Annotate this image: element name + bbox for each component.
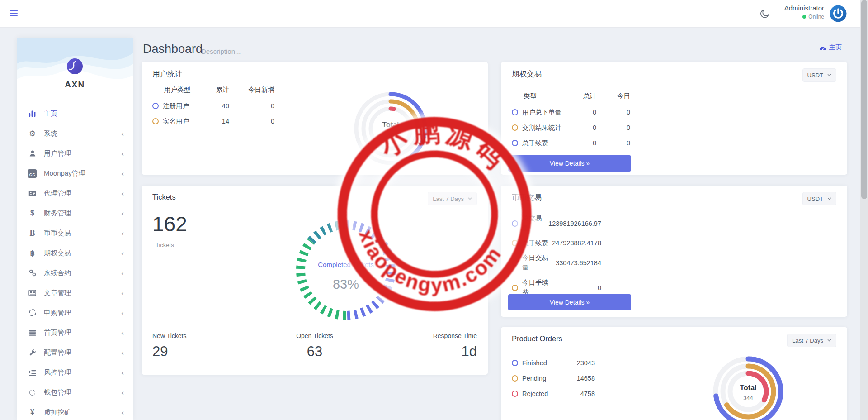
- sidebar-item-财务管理[interactable]: $财务管理‹: [17, 203, 133, 223]
- sidebar-item-钱包管理[interactable]: 钱包管理‹: [17, 382, 133, 402]
- row-value: 4758: [563, 390, 595, 397]
- sidebar-item-代理管理[interactable]: 代理管理‹: [17, 183, 133, 203]
- chevron-down-icon: [827, 197, 831, 200]
- row-label: 总手续费: [522, 239, 552, 248]
- wrench-icon: [28, 349, 37, 356]
- user-stats-radial-chart: Total40: [336, 74, 445, 175]
- row-label: Pending: [522, 375, 563, 382]
- sidebar-item-风控管理[interactable]: 风控管理‹: [17, 363, 133, 382]
- row-value: 330473.652184: [553, 259, 601, 267]
- sidebar-item-首页管理[interactable]: 首页管理‹: [17, 323, 133, 343]
- user-status: Online: [784, 14, 824, 20]
- chevron-left-icon: ‹: [121, 349, 124, 357]
- news-icon: [28, 290, 37, 296]
- chevron-down-icon: [468, 197, 472, 200]
- donut-percent: 83%: [292, 277, 400, 292]
- sidebar-item-label: 主页: [44, 110, 124, 118]
- page-subtitle: Description...: [201, 48, 241, 55]
- sidebar-item-label: 期权交易: [44, 249, 121, 258]
- scrollbar-thumb[interactable]: [861, 0, 867, 199]
- row-value: 247923882.4178: [552, 239, 601, 247]
- card-title: 用户统计: [152, 69, 182, 79]
- coin-trade-card: 币币交易 USDT 总交易 量123981926166.97总手续费247923…: [501, 186, 847, 317]
- lifering-icon: [28, 309, 37, 316]
- sidebar-item-Moonpay管理[interactable]: CCMoonpay管理‹: [17, 163, 133, 183]
- sidebar-item-文章管理[interactable]: 文章管理‹: [17, 283, 133, 303]
- chevron-left-icon: ‹: [121, 269, 124, 277]
- gear-icon: ⚙: [28, 130, 37, 138]
- row-value: 14658: [563, 375, 595, 382]
- row-value: 123981926166.97: [548, 220, 601, 227]
- table-row: 交割结果统计00: [512, 120, 630, 135]
- dollar-icon: $: [28, 209, 37, 217]
- sidebar-item-label: 财务管理: [44, 209, 121, 218]
- sidebar-nav: 主页⚙系统‹用户管理‹CCMoonpay管理‹代理管理‹$财务管理‹B币币交易‹…: [17, 104, 133, 420]
- legend-dot-icon: [512, 124, 518, 131]
- card-title: Tickets: [152, 193, 176, 201]
- svg-text:40: 40: [387, 132, 394, 138]
- sidebar-logo-text: AXN: [17, 80, 133, 90]
- cc-card-icon: CC: [28, 169, 37, 178]
- table-row: 实名用户140: [152, 114, 274, 129]
- table-header: 类型总计今日: [512, 89, 630, 103]
- hamburger-menu-icon[interactable]: [10, 10, 18, 18]
- chart-bars-icon: [28, 110, 37, 117]
- online-status-dot: [802, 15, 806, 19]
- chevron-left-icon: ‹: [121, 170, 124, 177]
- currency-select[interactable]: USDT: [802, 68, 836, 82]
- row-label: Rejected: [522, 390, 563, 397]
- legend-dot-icon: [512, 140, 518, 146]
- row-value: 0: [553, 284, 601, 291]
- row-label: 用户总下单量: [522, 108, 561, 117]
- dashboard-gauge-icon: [819, 45, 826, 51]
- currency-select[interactable]: USDT: [802, 192, 836, 205]
- sidebar-item-label: 质押挖矿: [44, 408, 121, 417]
- product-orders-card: Product Orders Last 7 Days Finished23043…: [501, 327, 847, 420]
- circle-icon: [28, 390, 37, 396]
- chevron-left-icon: ‹: [121, 329, 124, 337]
- legend-dot-icon: [512, 260, 518, 266]
- link-icon: [28, 269, 37, 277]
- sidebar-item-期权交易[interactable]: ฿期权交易‹: [17, 243, 133, 263]
- chevron-left-icon: ‹: [121, 289, 124, 297]
- id-card-icon: [28, 190, 37, 196]
- table-row: 用户总下单量00: [512, 105, 630, 120]
- card-title: Product Orders: [512, 334, 562, 343]
- view-details-button[interactable]: View Details »: [508, 294, 631, 310]
- chevron-left-icon: ‹: [121, 130, 124, 138]
- sidebar-item-主页[interactable]: 主页: [17, 104, 133, 124]
- breadcrumb[interactable]: 主页: [819, 43, 842, 52]
- sidebar-item-币币交易[interactable]: B币币交易‹: [17, 223, 133, 243]
- period-select[interactable]: Last 7 Days: [428, 192, 477, 205]
- chevron-down-icon: [827, 74, 831, 76]
- sidebar-item-label: 代理管理: [44, 189, 121, 198]
- view-details-button[interactable]: View Details »: [508, 155, 631, 172]
- chevron-left-icon: ‹: [121, 210, 124, 217]
- legend-dot-icon: [152, 118, 159, 124]
- sidebar-item-永续合约[interactable]: 永续合约‹: [17, 263, 133, 283]
- legend-dot-icon: [512, 240, 518, 246]
- sidebar-item-系统[interactable]: ⚙系统‹: [17, 124, 133, 143]
- user-avatar[interactable]: [830, 5, 847, 22]
- chevron-left-icon: ‹: [121, 409, 124, 416]
- sidebar-item-label: 申购管理: [44, 309, 121, 317]
- legend-dot-icon: [512, 391, 518, 397]
- sidebar-item-申购管理[interactable]: 申购管理‹: [17, 303, 133, 323]
- chevron-down-icon: [827, 339, 831, 342]
- stat-open-tickets: Open Tickets 63: [269, 332, 360, 360]
- chevron-left-icon: ‹: [121, 369, 124, 377]
- dark-mode-moon-icon[interactable]: [759, 8, 771, 19]
- tickets-count: 162: [152, 212, 187, 236]
- sidebar-item-质押挖矿[interactable]: ¥质押挖矿‹: [17, 402, 133, 420]
- user-stats-card: 用户统计 用户类型累计今日新增注册用户400实名用户140 Total40: [142, 62, 488, 175]
- svg-text:Total: Total: [382, 121, 399, 129]
- card-title: 期权交易: [512, 69, 542, 79]
- sidebar-item-用户管理[interactable]: 用户管理‹: [17, 143, 133, 163]
- sidebar-item-配置管理[interactable]: 配置管理‹: [17, 343, 133, 363]
- row-today: 0: [596, 124, 630, 131]
- row-label: 交割结果统计: [522, 124, 561, 132]
- row-total: 0: [564, 109, 596, 116]
- chevron-left-icon: ‹: [121, 150, 124, 158]
- row-value: 23043: [563, 359, 595, 367]
- sidebar-item-label: 用户管理: [44, 149, 121, 158]
